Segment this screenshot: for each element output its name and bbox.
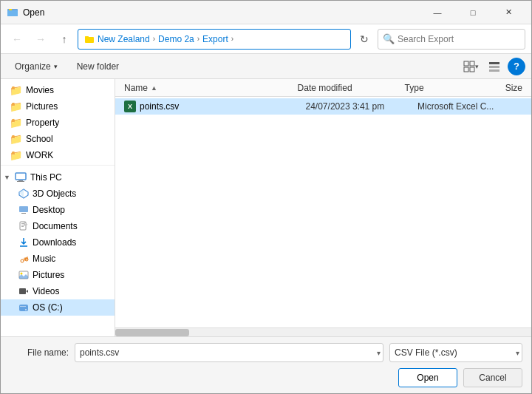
breadcrumb-item-3[interactable]: Export (202, 34, 228, 44)
dialog-icon (7, 7, 18, 18)
bottom-area: File name: ▾ CSV File (*.csv) ▾ Open Can… (1, 336, 531, 393)
scrollbar-thumb[interactable] (115, 329, 189, 336)
file-date: 24/07/2023 3:41 pm (306, 101, 385, 112)
column-header-name[interactable]: Name ▲ (118, 79, 292, 96)
filename-label: File name: (10, 347, 69, 358)
filetype-select[interactable]: CSV File (*.csv) (389, 343, 522, 362)
detail-view-icon (488, 61, 500, 72)
pictures-icon (18, 270, 29, 280)
scrollbar-track[interactable] (115, 328, 531, 336)
sidebar-item-work[interactable]: 📁 WORK (1, 147, 115, 163)
new-folder-button[interactable]: New folder (69, 57, 127, 76)
sidebar-item-label: WORK (26, 150, 53, 160)
view-detail-button[interactable] (484, 57, 505, 76)
sort-arrow: ▲ (151, 84, 157, 92)
sidebar: 📁 Movies 📁 Pictures 📁 Property 📁 School … (1, 79, 115, 336)
close-button[interactable]: ✕ (491, 1, 525, 24)
view-grid-button[interactable]: ▾ (460, 57, 481, 76)
computer-icon (15, 171, 27, 183)
folder-icon: 📁 (10, 117, 22, 129)
sidebar-item-osc[interactable]: OS (C:) (1, 299, 115, 316)
excel-icon: X (124, 101, 136, 112)
file-row[interactable]: X points.csv 24/07/2023 3:41 pm Microsof… (115, 98, 531, 115)
sidebar-item-videos[interactable]: Videos (1, 283, 115, 299)
svg-rect-29 (19, 288, 26, 294)
svg-rect-1 (7, 10, 18, 16)
sidebar-item-downloads[interactable]: Downloads (1, 234, 115, 251)
column-date-label: Date modified (298, 83, 352, 93)
organize-label: Organize (15, 61, 51, 72)
column-header-date[interactable]: Date modified (292, 79, 399, 96)
back-button[interactable]: ← (7, 29, 27, 50)
sidebar-item-label: Pictures (33, 270, 64, 280)
refresh-button[interactable]: ↻ (354, 29, 375, 50)
sidebar-item-movies[interactable]: 📁 Movies (1, 82, 115, 98)
filetype-select-wrap: CSV File (*.csv) ▾ (389, 343, 522, 362)
sidebar-item-label: Music (33, 254, 55, 264)
up-button[interactable]: ↑ (54, 29, 75, 50)
filename-input[interactable] (75, 343, 383, 362)
desktop-icon (18, 205, 29, 215)
svg-marker-30 (26, 290, 28, 293)
sidebar-item-label: Videos (33, 286, 59, 296)
minimize-button[interactable]: — (420, 1, 454, 24)
documents-icon (18, 221, 29, 231)
column-header-type[interactable]: Type (399, 79, 499, 96)
sidebar-item-pictures-quick[interactable]: 📁 Pictures (1, 98, 115, 115)
sidebar-item-label: Desktop (33, 205, 65, 215)
address-path[interactable]: New Zealand › Demo 2a › Export › (78, 29, 351, 50)
sidebar-item-property[interactable]: 📁 Property (1, 115, 115, 131)
grid-view-icon (463, 61, 475, 72)
search-box[interactable]: 🔍 (378, 29, 525, 50)
svg-rect-7 (464, 67, 468, 72)
maximize-button[interactable]: □ (456, 1, 490, 24)
sidebar-item-label: Documents (33, 221, 78, 231)
cancel-button[interactable]: Cancel (463, 368, 522, 387)
sidebar-item-label: School (26, 134, 53, 144)
downloads-icon (18, 237, 29, 248)
open-button[interactable]: Open (398, 368, 457, 387)
horizontal-scrollbar[interactable] (115, 327, 531, 336)
sidebar-item-documents[interactable]: Documents (1, 218, 115, 234)
sidebar-item-label: 3D Objects (33, 188, 76, 199)
sidebar-item-3dobjects[interactable]: 3D Objects (1, 186, 115, 202)
folder-icon: 📁 (10, 149, 22, 161)
expand-icon: ▼ (4, 174, 11, 181)
column-name-label: Name (124, 83, 148, 93)
dialog-title: Open (23, 7, 420, 18)
sidebar-item-music[interactable]: Music (1, 251, 115, 267)
3d-objects-icon (18, 188, 29, 199)
svg-rect-18 (21, 213, 26, 214)
file-name: points.csv (140, 101, 179, 112)
folder-icon: 📁 (10, 101, 22, 112)
svg-rect-10 (489, 66, 499, 68)
videos-icon (18, 286, 29, 296)
sidebar-item-label: OS (C:) (33, 302, 63, 313)
breadcrumb-item-2[interactable]: Demo 2a (158, 34, 194, 44)
filename-row: File name: ▾ CSV File (*.csv) ▾ (10, 343, 522, 362)
svg-rect-22 (21, 226, 24, 227)
music-icon (18, 254, 29, 264)
sidebar-item-label: Pictures (26, 101, 58, 112)
breadcrumb-item-1[interactable]: New Zealand (98, 34, 150, 44)
help-button[interactable]: ? (508, 58, 525, 75)
column-size-label: Size (505, 83, 522, 93)
search-input[interactable] (398, 34, 520, 44)
file-type-cell: Microsoft Excel C... (412, 101, 516, 112)
forward-button[interactable]: → (30, 29, 51, 50)
sidebar-item-label: Downloads (33, 237, 76, 248)
sidebar-item-pictures[interactable]: Pictures (1, 267, 115, 283)
file-list: X points.csv 24/07/2023 3:41 pm Microsof… (115, 97, 531, 327)
organize-chevron: ▾ (54, 63, 58, 70)
organize-button[interactable]: Organize ▾ (7, 57, 66, 76)
sidebar-item-school[interactable]: 📁 School (1, 131, 115, 147)
column-header-size[interactable]: Size (499, 79, 528, 96)
toolbar-right: ▾ ? (460, 57, 525, 76)
svg-rect-14 (17, 181, 24, 182)
sidebar-this-pc[interactable]: ▼ This PC (1, 169, 115, 186)
view-chevron: ▾ (475, 63, 479, 70)
file-list-header: Name ▲ Date modified Type Size (115, 79, 531, 97)
search-icon: 🔍 (383, 33, 395, 44)
svg-rect-2 (9, 9, 12, 10)
sidebar-item-desktop[interactable]: Desktop (1, 202, 115, 218)
